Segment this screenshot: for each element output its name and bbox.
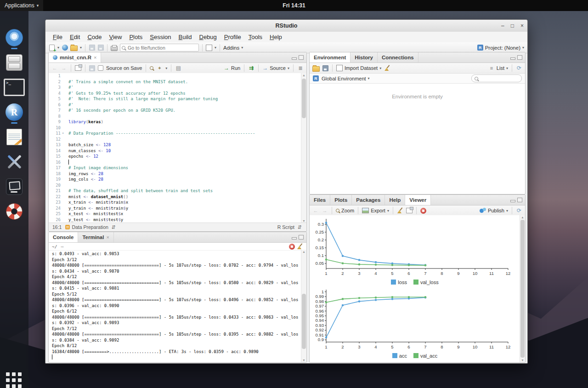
back-button[interactable]: ←	[51, 64, 58, 72]
run-button[interactable]: → Run	[224, 65, 240, 71]
export-button[interactable]: Export ▾	[362, 208, 389, 213]
back-button[interactable]: ←	[312, 207, 319, 214]
maximize-pane-button[interactable]	[299, 55, 304, 60]
minimize-pane-button[interactable]	[292, 57, 297, 60]
list-view-selector[interactable]: ≡ List ▾	[488, 64, 508, 72]
pane-layout-button[interactable]	[206, 44, 212, 51]
tab-packages[interactable]: Packages	[352, 195, 385, 205]
tab-plots[interactable]: Plots	[330, 195, 352, 205]
code-tools-icon[interactable]: ✦	[156, 64, 163, 72]
rerun-button[interactable]: ⇉	[248, 64, 254, 72]
tab-help[interactable]: Help	[385, 195, 405, 205]
menu-file[interactable]: File	[49, 34, 66, 40]
save-all-button[interactable]	[97, 44, 104, 51]
show-applications-button[interactable]	[6, 372, 23, 388]
clear-environment-icon[interactable]	[384, 65, 390, 71]
open-recent-caret[interactable]: ▾	[80, 46, 82, 50]
tab-viewer[interactable]: Viewer	[405, 195, 431, 205]
refresh-viewer-icon[interactable]: ⟳	[516, 207, 522, 214]
zoom-button[interactable]: Zoom	[336, 208, 354, 213]
console-output[interactable]: s: 0.0493 - val_acc: 0.9853Epoch 3/12480…	[49, 250, 301, 362]
compile-report-icon[interactable]: ▤	[175, 64, 181, 72]
forward-button[interactable]: →	[61, 64, 67, 72]
window-minimize-button[interactable]: –	[501, 23, 504, 29]
menu-session[interactable]: Session	[146, 34, 175, 40]
scrollbar-thumb[interactable]	[302, 79, 306, 118]
tab-terminal[interactable]: Terminal×	[78, 232, 114, 242]
maximize-pane-button[interactable]	[299, 235, 304, 240]
dock-item-text-editor[interactable]	[0, 125, 28, 149]
tab-environment[interactable]: Environment	[310, 52, 351, 63]
dock-item-tools[interactable]	[0, 150, 28, 174]
popout-icon[interactable]	[75, 65, 81, 71]
new-file-button[interactable]	[49, 44, 55, 51]
publish-button[interactable]: Publish ▾	[480, 208, 508, 213]
refresh-environment-icon[interactable]: ⟳	[516, 64, 522, 72]
menu-edit[interactable]: Edit	[66, 34, 84, 40]
menu-code[interactable]: Code	[84, 34, 105, 40]
editor-scrollbar[interactable]: ▲ ▼	[301, 73, 306, 223]
stop-viewer-button[interactable]	[420, 208, 426, 214]
addins-button[interactable]: Addins ▾	[223, 45, 243, 51]
load-workspace-icon[interactable]	[312, 66, 320, 72]
maximize-pane-button[interactable]	[517, 55, 522, 60]
import-dataset-button[interactable]: Import Dataset ▾	[336, 65, 381, 71]
print-button[interactable]	[111, 44, 118, 51]
menu-debug[interactable]: Debug	[196, 34, 220, 40]
tab-files[interactable]: Files	[310, 195, 330, 205]
console-scrollbar[interactable]: ▲ ▼	[301, 250, 306, 362]
maximize-pane-button[interactable]	[517, 198, 522, 202]
dock-item-help[interactable]	[0, 200, 28, 223]
menu-help[interactable]: Help	[266, 34, 286, 40]
menu-build[interactable]: Build	[175, 34, 196, 40]
code-tools-caret[interactable]: ▾	[165, 66, 167, 70]
tab-connections[interactable]: Connections	[378, 52, 418, 63]
minimize-pane-button[interactable]	[292, 237, 297, 240]
find-icon[interactable]	[150, 66, 153, 70]
save-workspace-icon[interactable]	[322, 65, 328, 71]
stop-console-button[interactable]	[289, 244, 295, 250]
save-button[interactable]	[89, 44, 95, 51]
open-in-window-icon[interactable]	[406, 208, 413, 213]
tab-close-icon[interactable]: ×	[106, 234, 109, 240]
clear-viewer-icon[interactable]	[397, 207, 403, 214]
new-file-caret[interactable]: ▾	[57, 46, 59, 50]
document-outline-icon[interactable]: ≣	[297, 64, 304, 72]
goto-directory-icon[interactable]: ⇨	[59, 243, 65, 250]
window-titlebar[interactable]: RStudio – □ ×	[45, 20, 527, 32]
tab-mnist-cnn[interactable]: mnist_cnn.R ×	[49, 52, 101, 63]
tab-history[interactable]: History	[351, 52, 378, 63]
menu-plots[interactable]: Plots	[125, 34, 146, 40]
tab-console[interactable]: Console	[49, 232, 78, 242]
scope-selector[interactable]: Data Preparation ⇵	[65, 223, 116, 231]
window-maximize-button[interactable]: □	[511, 23, 514, 29]
dock-item-file-manager[interactable]	[0, 51, 28, 74]
scrollbar-thumb[interactable]	[520, 220, 525, 358]
code-editor[interactable]: 12#' Trains a simple convnet on the MNIS…	[49, 73, 306, 223]
menu-view[interactable]: View	[105, 34, 125, 40]
source-button[interactable]: → Source ▾	[262, 65, 289, 71]
menu-tools[interactable]: Tools	[245, 34, 266, 40]
dock-item-displays[interactable]	[0, 175, 28, 199]
dock-item-terminal[interactable]: >_	[0, 75, 28, 99]
minimize-pane-button[interactable]	[510, 200, 515, 202]
dock-item-rstudio[interactable]: R	[0, 100, 28, 124]
save-source-icon[interactable]	[89, 65, 95, 71]
tab-close-icon[interactable]: ×	[94, 55, 96, 60]
new-project-button[interactable]	[62, 44, 68, 51]
project-selector[interactable]: R Project: (None) ▾	[477, 45, 524, 51]
pane-layout-caret[interactable]: ▾	[215, 46, 216, 50]
window-close-button[interactable]: ×	[520, 23, 524, 29]
forward-button[interactable]: →	[322, 207, 328, 214]
applications-menu[interactable]: Applications ▾	[0, 0, 43, 11]
environment-scope-selector[interactable]: Global Environment ▾	[322, 76, 370, 81]
dock-item-chromium[interactable]	[0, 26, 28, 50]
viewer-scrollbar[interactable]: ▲ ▼	[520, 215, 525, 362]
scrollbar-thumb[interactable]	[302, 294, 306, 349]
goto-file-input[interactable]	[120, 44, 199, 51]
source-on-save-checkbox[interactable]	[98, 65, 103, 71]
menu-profile[interactable]: Profile	[220, 34, 245, 40]
clear-console-icon[interactable]	[297, 243, 303, 250]
open-file-button[interactable]	[70, 44, 78, 51]
system-clock[interactable]: Fri 14:31	[283, 2, 305, 9]
